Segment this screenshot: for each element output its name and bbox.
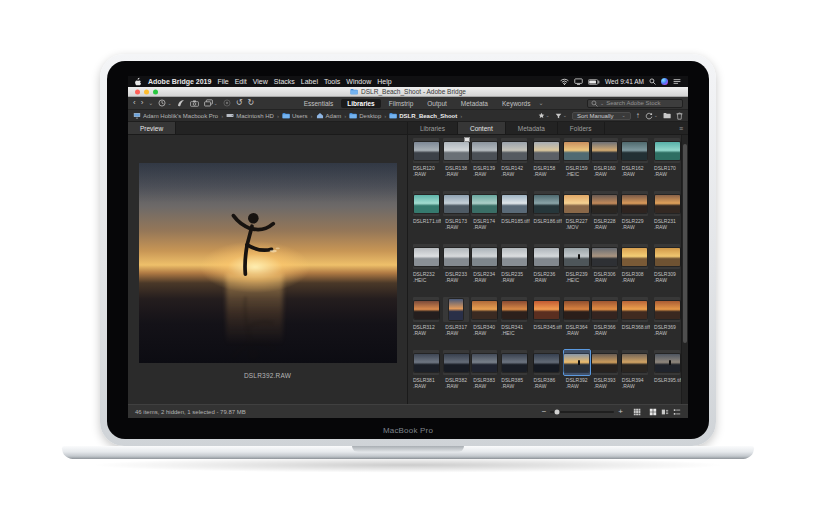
workspace-tab-filmstrip[interactable]: Filmstrip xyxy=(383,99,420,108)
grid-item[interactable]: DSLR162.RAW xyxy=(619,137,651,190)
grid-item[interactable]: DSLR142.RAW xyxy=(498,137,530,190)
display-icon[interactable] xyxy=(574,78,583,85)
fullscreen-button[interactable] xyxy=(153,89,158,94)
breadcrumb-item[interactable]: Adam xyxy=(316,112,342,119)
workspace-tab-libraries[interactable]: Libraries xyxy=(341,99,380,108)
camera-raw-icon[interactable] xyxy=(223,99,231,107)
grid-item[interactable]: DSLR364.RAW xyxy=(563,296,591,349)
zoom-out-button[interactable]: − xyxy=(542,408,547,416)
grid-item[interactable]: DSLR171.tiff xyxy=(410,190,442,243)
wifi-icon[interactable] xyxy=(560,78,569,85)
grid-item[interactable]: DSLR395.tiff xyxy=(651,349,683,402)
grid-item[interactable]: DSLR234.RAW xyxy=(470,243,498,296)
filter-button[interactable]: ⌄ xyxy=(555,113,567,119)
scrollbar[interactable] xyxy=(681,135,688,404)
thumbnail-view-button[interactable] xyxy=(649,408,657,416)
grid-item[interactable]: DSLR139.RAW xyxy=(470,137,498,190)
grid-item[interactable]: DSLR393.RAW xyxy=(591,349,619,402)
grid-item[interactable]: DSLR385.RAW xyxy=(498,349,530,402)
tab-preview[interactable]: Preview xyxy=(128,122,176,134)
rotate-right-button[interactable]: ↻ xyxy=(247,99,254,107)
breadcrumb-item[interactable]: Desktop xyxy=(349,112,381,119)
grid-item[interactable]: DSLR345.tiff xyxy=(531,296,563,349)
grid-item[interactable]: DSLR227.MOV xyxy=(563,190,591,243)
grid-item[interactable]: DSLR306.RAW xyxy=(591,243,619,296)
grid-item[interactable]: DSLR308.RAW xyxy=(619,243,651,296)
sort-direction-button[interactable]: ↑ xyxy=(636,112,640,120)
workspace-tab-keywords[interactable]: Keywords xyxy=(496,99,537,108)
menu-file[interactable]: File xyxy=(217,78,228,85)
window-titlebar[interactable]: DSLR_Beach_Shoot - Adobe Bridge xyxy=(128,87,688,97)
preview-image[interactable] xyxy=(139,163,397,363)
grid-item[interactable]: DSLR394.RAW xyxy=(619,349,651,402)
grid-item[interactable]: DSLR235.RAW xyxy=(498,243,530,296)
grid-item[interactable]: DSLR233.RAW xyxy=(442,243,470,296)
spotlight-icon[interactable] xyxy=(649,78,656,85)
grid-item[interactable]: DSLR340.RAW xyxy=(470,296,498,349)
grid-item[interactable]: DSLR160.RAW xyxy=(591,137,619,190)
panel-menu-icon[interactable]: ≡ xyxy=(679,122,688,134)
grid-item[interactable]: DSLR236.RAW xyxy=(531,243,563,296)
rotate-left-button[interactable]: ↺ xyxy=(236,99,243,107)
grid-item[interactable]: DSLR138.RAW xyxy=(442,137,470,190)
grid-item[interactable]: DSLR366.RAW xyxy=(591,296,619,349)
delete-button[interactable] xyxy=(676,112,683,120)
grid-item[interactable]: DSLR232.HEIC xyxy=(410,243,442,296)
menu-view[interactable]: View xyxy=(253,78,268,85)
tab-metadata[interactable]: Metadata xyxy=(506,122,558,134)
boomerang-icon[interactable] xyxy=(177,99,185,107)
grid-item[interactable]: DSLR228.RAW xyxy=(591,190,619,243)
nav-chevron-icon[interactable]: ⌄ xyxy=(148,100,153,106)
grid-item[interactable]: DSLR386.RAW xyxy=(531,349,563,402)
menu-stacks[interactable]: Stacks xyxy=(274,78,295,85)
grid-item[interactable]: DSLR383.RAW xyxy=(470,349,498,402)
thumbnail-size-slider[interactable] xyxy=(550,411,614,413)
grid-item[interactable]: DSLR317.RAW xyxy=(442,296,470,349)
breadcrumb-item[interactable]: Macintosh HD xyxy=(226,112,274,119)
detail-view-button[interactable] xyxy=(661,408,669,416)
grid-item[interactable]: DSLR381.RAW xyxy=(410,349,442,402)
grid-item[interactable]: DSLR170.RAW xyxy=(651,137,683,190)
back-button[interactable]: ‹ xyxy=(133,99,136,107)
menu-help[interactable]: Help xyxy=(377,78,391,85)
rotate-button[interactable]: ⌄ xyxy=(645,112,658,120)
siri-icon[interactable] xyxy=(661,78,668,85)
menubar-clock[interactable]: Wed 9:41 AM xyxy=(605,78,644,85)
menu-edit[interactable]: Edit xyxy=(235,78,247,85)
grid-item[interactable]: DSLR186.tiff xyxy=(531,190,563,243)
sort-dropdown[interactable]: Sort Manually ⌄ xyxy=(572,112,631,120)
new-folder-button[interactable] xyxy=(663,112,671,119)
grid-item[interactable]: DSLR341.HEIC xyxy=(498,296,530,349)
recent-files-button[interactable]: ⌄ xyxy=(158,99,171,107)
grid-item[interactable]: DSLR159.HEIC xyxy=(563,137,591,190)
workspace-chevron-icon[interactable]: ⌄ xyxy=(538,100,543,106)
grid-item[interactable]: DSLR382.RAW xyxy=(442,349,470,402)
tab-libraries[interactable]: Libraries xyxy=(408,122,458,134)
apple-menu-icon[interactable] xyxy=(135,77,142,86)
breadcrumb-item[interactable]: Adam Hoblik's Macbook Pro xyxy=(133,112,218,119)
grid-item[interactable]: DSLR368.tiff xyxy=(619,296,651,349)
scrollbar-thumb[interactable] xyxy=(683,144,687,343)
grid-item[interactable]: DSLR185.tiff xyxy=(498,190,530,243)
grid-item[interactable]: DSLR369.RAW xyxy=(651,296,683,349)
slider-knob[interactable] xyxy=(554,409,559,414)
tab-content[interactable]: Content xyxy=(458,122,506,134)
grid-item[interactable]: DSLR309.RAW xyxy=(651,243,683,296)
menu-tools[interactable]: Tools xyxy=(324,78,340,85)
filter-by-rating-button[interactable]: ⌄ xyxy=(538,112,550,119)
grid-item[interactable]: DSLR229.RAW xyxy=(619,190,651,243)
battery-icon[interactable] xyxy=(588,79,600,85)
tab-folders[interactable]: Folders xyxy=(558,122,605,134)
grid-item[interactable]: DSLR174.RAW xyxy=(470,190,498,243)
grid-item[interactable]: DSLR392.RAW xyxy=(563,349,591,402)
grid-lock-view-button[interactable] xyxy=(633,408,641,416)
minimize-button[interactable] xyxy=(144,89,149,94)
grid-item[interactable]: DSLR239.HEIC xyxy=(563,243,591,296)
forward-button[interactable]: › xyxy=(141,99,144,107)
refine-button[interactable]: ⌄ xyxy=(204,99,218,107)
app-menu-title[interactable]: Adobe Bridge 2019 xyxy=(148,78,211,85)
grid-item[interactable]: DSLR158.RAW xyxy=(531,137,563,190)
close-button[interactable] xyxy=(135,89,140,94)
notification-center-icon[interactable] xyxy=(673,78,681,85)
menu-label[interactable]: Label xyxy=(301,78,318,85)
